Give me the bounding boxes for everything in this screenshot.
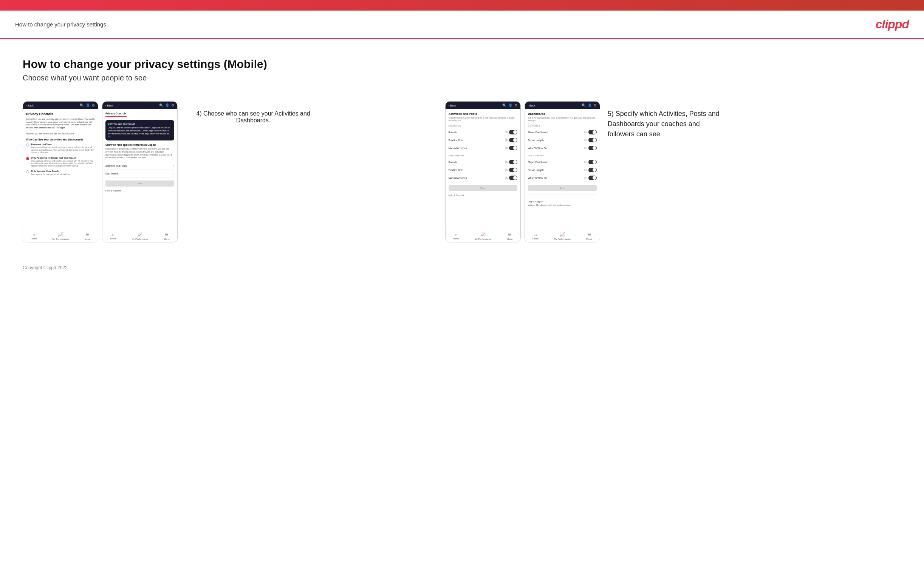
chevron-right-icon: › xyxy=(173,164,174,168)
settings-icon3[interactable]: ⚙ xyxy=(514,103,517,107)
radio-option2[interactable]: Only Approved Followers and Your Coach O… xyxy=(26,157,95,167)
activities-title: Activities and Posts xyxy=(449,112,517,116)
followers-rounds-row: Rounds ON xyxy=(449,158,517,166)
coaches-rounds-toggle[interactable] xyxy=(509,130,517,134)
followers-manual-toggle[interactable] xyxy=(509,176,517,180)
footer-menu3[interactable]: ☰ Menu xyxy=(507,232,512,240)
footer-menu2[interactable]: ☰ Menu xyxy=(164,232,169,240)
coaches-player-toggle[interactable] xyxy=(588,130,597,134)
footer-perf4[interactable]: 📈 My Performance xyxy=(554,232,571,240)
coaches-manual-on: ON xyxy=(504,147,507,149)
search-icon4[interactable]: 🔍 xyxy=(582,103,586,107)
coaches-what-work-toggle[interactable] xyxy=(588,146,597,150)
footer-perf1[interactable]: 📈 My Performance xyxy=(52,232,69,240)
followers-manual-label: Manual Activities xyxy=(449,177,467,179)
phone2-back[interactable]: ‹ Back xyxy=(105,104,113,107)
coaches-practice-on: ON xyxy=(504,139,507,141)
followers-what-work-label: What To Work On xyxy=(528,177,547,179)
search-icon3[interactable]: 🔍 xyxy=(502,103,506,107)
page-subheading: Choose what you want people to see xyxy=(23,74,901,82)
followers-rounds-toggle[interactable] xyxy=(509,160,517,164)
phone1-back[interactable]: ‹ Back xyxy=(26,104,34,107)
footer-home1[interactable]: ⌂ Home xyxy=(31,232,37,240)
settings-icon[interactable]: ⚙ xyxy=(92,103,95,107)
show-hide-title: Show or hide specific features in Clippd xyxy=(105,143,174,146)
phone1-icons: 🔍 👤 ⚙ xyxy=(80,103,95,107)
followers-practice-on: ON xyxy=(504,169,507,171)
menu-dashboards[interactable]: Dashboards › xyxy=(105,170,174,177)
phone4-body: Dashboards Select the dashboards that yo… xyxy=(525,109,600,230)
radio-option3[interactable]: Only You and Your Coach Only you and the… xyxy=(26,170,95,176)
phone4-back[interactable]: ‹ Back xyxy=(528,104,536,107)
screen2-tab[interactable]: Privacy Controls xyxy=(105,112,127,117)
radio3-desc: Only you and the coaches you connect wit… xyxy=(31,173,69,176)
person-icon3[interactable]: 👤 xyxy=(508,103,512,107)
search-icon2[interactable]: 🔍 xyxy=(159,103,163,107)
header-title: How to change your privacy settings xyxy=(15,21,106,27)
phone3-icons: 🔍 👤 ⚙ xyxy=(502,103,517,107)
footer-home3[interactable]: ⌂ Home xyxy=(453,232,459,240)
save-btn3[interactable]: Save xyxy=(449,185,517,191)
home-icon2: ⌂ xyxy=(112,232,115,237)
radio3-label: Only You and Your Coach xyxy=(31,170,69,172)
screenshots-row: ‹ Back 🔍 👤 ⚙ Privacy Controls Control ho… xyxy=(23,101,901,242)
footer-menu1-label: Menu xyxy=(84,238,90,240)
coaches-round-insights-row: Round Insights ON xyxy=(528,136,597,144)
caption4: 4) Choose who can see your Activities an… xyxy=(181,110,325,124)
phone4-footer: ⌂ Home 📈 My Performance ☰ Menu xyxy=(525,230,600,242)
phone1-navbar: ‹ Back 🔍 👤 ⚙ xyxy=(23,102,98,109)
footer-menu2-label: Menu xyxy=(164,238,169,240)
footer-perf2[interactable]: 📈 My Performance xyxy=(131,232,148,240)
settings-icon2[interactable]: ⚙ xyxy=(171,103,174,107)
followers-practice-row: Practice Drills ON xyxy=(449,166,517,174)
footer-menu4[interactable]: ☰ Menu xyxy=(586,232,592,240)
screen1-desc: Control how you and your data appears to… xyxy=(26,118,95,129)
followers-round-insights-toggle[interactable] xyxy=(588,168,597,172)
footer-perf3-label: My Performance xyxy=(475,238,491,240)
footer-menu1[interactable]: ☰ Menu xyxy=(84,232,90,240)
radio3-content: Only You and Your Coach Only you and the… xyxy=(31,170,69,176)
screen1-desc2: However you can control who can see your… xyxy=(26,132,95,135)
footer-home4[interactable]: ⌂ Home xyxy=(533,232,538,240)
footer-home2[interactable]: ⌂ Home xyxy=(110,232,116,240)
person-icon4[interactable]: 👤 xyxy=(588,103,592,107)
followers-practice-toggle[interactable] xyxy=(509,168,517,172)
person-icon[interactable]: 👤 xyxy=(86,103,90,107)
menu-icon3: ☰ xyxy=(508,232,512,237)
menu-icon: ☰ xyxy=(86,232,89,237)
screen1-title: Privacy Controls xyxy=(26,112,95,116)
coaches-practice-toggle[interactable] xyxy=(509,138,517,142)
coaches-round-insights-label: Round Insights xyxy=(528,139,544,142)
radio-option1[interactable]: Everyone on Clippd Everyone on Clippd ca… xyxy=(26,143,95,154)
help3: Help & Support xyxy=(449,194,517,197)
radio2-desc: Only approved followers and coaches you … xyxy=(31,160,95,167)
menu-activities[interactable]: Activities and Posts › xyxy=(105,162,174,170)
followers-what-work-toggle[interactable] xyxy=(588,176,597,180)
coaches-manual-toggle[interactable] xyxy=(509,146,517,150)
footer-menu3-label: Menu xyxy=(507,238,512,240)
followers-rounds-label: Rounds xyxy=(449,161,457,163)
footer-perf3[interactable]: 📈 My Performance xyxy=(475,232,491,240)
radio3-circle xyxy=(26,170,29,173)
home-icon: ⌂ xyxy=(32,232,35,237)
search-icon[interactable]: 🔍 xyxy=(80,103,84,107)
save-btn4[interactable]: Save xyxy=(528,185,597,191)
menu-dashboards-label: Dashboards xyxy=(105,172,119,175)
menu-icon2: ☰ xyxy=(165,232,168,237)
caption5: 5) Specify which Activities, Posts and D… xyxy=(608,109,721,139)
save-btn2[interactable]: Save xyxy=(105,181,174,187)
followers-player-toggle[interactable] xyxy=(588,160,597,164)
coaches-player-label: Player Dashboard xyxy=(528,131,548,134)
footer-perf1-label: My Performance xyxy=(52,238,69,240)
person-icon2[interactable]: 👤 xyxy=(165,103,169,107)
menu-activities-label: Activities and Posts xyxy=(105,164,127,167)
footer-home2-label: Home xyxy=(110,237,116,240)
phone1-body: Privacy Controls Control how you and you… xyxy=(23,109,98,230)
settings-icon4[interactable]: ⚙ xyxy=(594,103,597,107)
phone3-back[interactable]: ‹ Back xyxy=(449,104,456,107)
coaches-header4: COACHES xyxy=(528,125,597,127)
followers-round-insights-label: Round Insights xyxy=(528,169,544,171)
phone2-footer: ⌂ Home 📈 My Performance ☰ Menu xyxy=(102,230,177,242)
coaches-round-insights-toggle[interactable] xyxy=(588,138,597,142)
coaches-round-insights-on: ON xyxy=(584,139,587,141)
